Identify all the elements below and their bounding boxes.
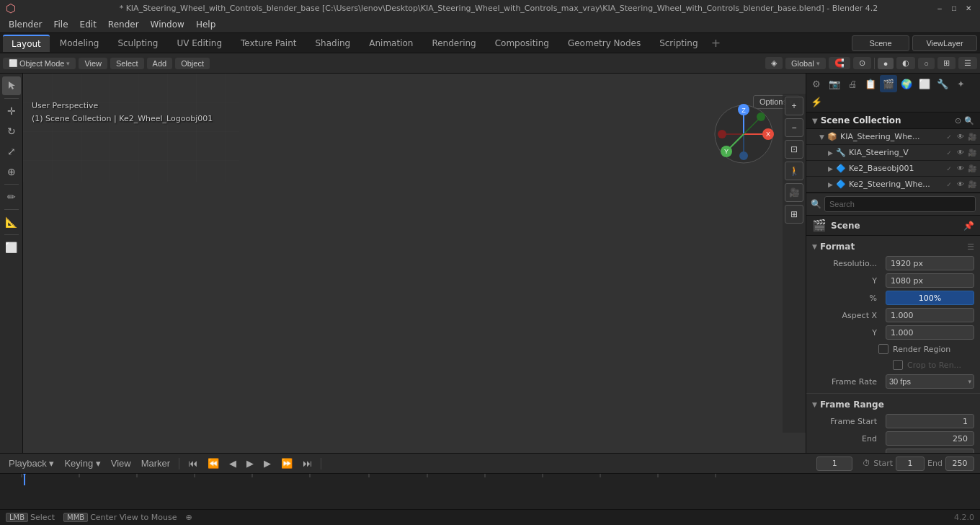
cursor-tool[interactable] bbox=[2, 76, 21, 95]
item-check-btn[interactable]: ✓ bbox=[944, 132, 954, 142]
next-frame-btn[interactable]: ⏩ bbox=[278, 456, 295, 470]
prev-keyframe-btn[interactable]: ◀ bbox=[226, 456, 239, 470]
play-btn[interactable]: ▶ bbox=[244, 456, 257, 470]
list-item[interactable]: ▶ 🔷 Ke2_Steering_Whe... ✓ 👁 🎥 bbox=[806, 177, 980, 193]
prev-frame-btn[interactable]: ⏪ bbox=[205, 456, 222, 470]
props-modifier-icon[interactable]: 🔧 bbox=[934, 75, 951, 92]
menu-blender[interactable]: Blender bbox=[3, 18, 48, 31]
jump-end-btn[interactable]: ⏭ bbox=[300, 456, 315, 470]
aspect-x-value[interactable]: 1.000 bbox=[886, 308, 974, 322]
zoom-in-btn[interactable]: + bbox=[785, 97, 803, 115]
next-keyframe-btn[interactable]: ▶ bbox=[261, 456, 274, 470]
local-view-btn[interactable]: ⊞ bbox=[785, 205, 803, 224]
outliner-search-btn[interactable]: 🔍 bbox=[964, 116, 974, 125]
menu-help[interactable]: Help bbox=[190, 18, 221, 31]
format-section-header[interactable]: ▼ Format ☰ bbox=[806, 239, 980, 255]
props-scene-icon[interactable]: ⚙ bbox=[808, 75, 825, 92]
item-check-btn[interactable]: ✓ bbox=[944, 180, 954, 190]
render-region-checkbox[interactable] bbox=[878, 344, 888, 354]
frame-rate-select[interactable]: 23.98 fps 24 fps 25 fps 29.97 fps 30 fps… bbox=[886, 374, 974, 389]
camera-view-btn[interactable]: 🎥 bbox=[785, 183, 803, 202]
item-cam-btn[interactable]: 🎥 bbox=[967, 132, 977, 142]
frame-range-section-header[interactable]: ▼ Frame Range bbox=[806, 397, 980, 412]
list-item[interactable]: ▶ 🔷 Ke2_Baseobj001 ✓ 👁 🎥 bbox=[806, 161, 980, 177]
menu-window[interactable]: Window bbox=[145, 18, 190, 31]
props-render-icon[interactable]: 📷 bbox=[826, 75, 843, 92]
viewport[interactable]: User Perspective (1) Scene Collection | … bbox=[23, 74, 806, 453]
add-cube-tool[interactable]: ⬜ bbox=[2, 238, 21, 257]
close-button[interactable]: ✕ bbox=[963, 2, 974, 14]
transform-pivot[interactable]: ◈ bbox=[765, 57, 783, 69]
add-workspace-button[interactable]: + bbox=[708, 35, 724, 51]
crop-render-label[interactable]: Crop to Ren... bbox=[907, 361, 961, 370]
viewport-shading-solid[interactable]: ● bbox=[878, 58, 894, 69]
format-menu-icon[interactable]: ☰ bbox=[967, 242, 974, 252]
tab-animation[interactable]: Animation bbox=[360, 35, 422, 51]
start-frame-input[interactable]: 1 bbox=[896, 456, 925, 471]
props-view-layer-icon[interactable]: 📋 bbox=[862, 75, 879, 92]
zoom-out-btn[interactable]: − bbox=[785, 118, 803, 137]
item-eye-btn[interactable]: 👁 bbox=[956, 164, 966, 174]
transform-tool[interactable]: ⊕ bbox=[2, 162, 21, 181]
item-check-btn[interactable]: ✓ bbox=[944, 148, 954, 158]
mode-selector[interactable]: ⬜ Object Mode ▾ bbox=[3, 58, 76, 69]
tab-scripting[interactable]: Scripting bbox=[651, 35, 706, 51]
viewport-overlay[interactable]: ⊞ bbox=[937, 57, 956, 69]
maximize-button[interactable]: □ bbox=[948, 2, 960, 14]
measure-tool[interactable]: 📐 bbox=[2, 213, 21, 231]
props-output-icon[interactable]: 🖨 bbox=[844, 75, 861, 92]
item-cam-btn[interactable]: 🎥 bbox=[967, 180, 977, 190]
tab-rendering[interactable]: Rendering bbox=[423, 35, 484, 51]
playback-menu-btn[interactable]: Playback ▾ bbox=[6, 456, 57, 470]
item-eye-btn[interactable]: 👁 bbox=[956, 148, 966, 158]
tab-geometry-nodes[interactable]: Geometry Nodes bbox=[559, 35, 649, 51]
viewport-xray[interactable]: ☰ bbox=[958, 57, 977, 69]
menu-edit[interactable]: Edit bbox=[74, 18, 102, 31]
snap-btn[interactable]: 🧲 bbox=[829, 57, 850, 69]
item-eye-btn[interactable]: 👁 bbox=[956, 180, 966, 190]
tab-modeling[interactable]: Modeling bbox=[51, 35, 108, 51]
scene-selector-button[interactable]: Scene bbox=[852, 35, 909, 51]
zoom-extent-btn[interactable]: ⊡ bbox=[785, 140, 803, 159]
viewport-shading-material[interactable]: ◐ bbox=[896, 57, 915, 69]
outliner-filter-btn[interactable]: ⊙ bbox=[955, 116, 961, 125]
view-menu-btn[interactable]: View bbox=[79, 58, 107, 69]
walk-btn[interactable]: 🚶 bbox=[785, 162, 803, 180]
resolution-x-value[interactable]: 1920 px bbox=[886, 256, 974, 270]
tab-uv-editing[interactable]: UV Editing bbox=[168, 35, 231, 51]
minimize-button[interactable]: – bbox=[934, 2, 945, 14]
menu-file[interactable]: File bbox=[48, 18, 74, 31]
scale-tool[interactable]: ⤢ bbox=[2, 142, 21, 161]
tab-compositing[interactable]: Compositing bbox=[486, 35, 558, 51]
marker-menu-btn[interactable]: Marker bbox=[138, 456, 173, 470]
render-region-label[interactable]: Render Region bbox=[893, 345, 950, 354]
tab-shading[interactable]: Shading bbox=[306, 35, 359, 51]
pin-scene-btn[interactable]: 📌 bbox=[963, 221, 974, 231]
tab-sculpting[interactable]: Sculpting bbox=[109, 35, 166, 51]
aspect-y-value[interactable]: 1.000 bbox=[886, 325, 974, 340]
end-frame-input[interactable]: 250 bbox=[945, 456, 974, 471]
item-cam-btn[interactable]: 🎥 bbox=[967, 164, 977, 174]
list-item[interactable]: ▼ 📦 KIA_Steering_Whe... ✓ 👁 🎥 bbox=[806, 129, 980, 145]
keying-menu-btn[interactable]: Keying ▾ bbox=[61, 456, 103, 470]
add-menu-btn[interactable]: Add bbox=[147, 58, 173, 69]
props-world-icon[interactable]: 🌍 bbox=[898, 75, 915, 92]
frame-start-value[interactable]: 1 bbox=[886, 414, 974, 428]
list-item[interactable]: ▶ 🔧 KIA_Steering_V ✓ 👁 🎥 bbox=[806, 145, 980, 161]
props-search-input[interactable] bbox=[824, 196, 976, 212]
view-menu-timeline-btn[interactable]: View bbox=[108, 456, 134, 470]
proportional-edit[interactable]: ⊙ bbox=[853, 57, 871, 69]
object-menu-btn[interactable]: Object bbox=[175, 58, 210, 69]
frame-end-value[interactable]: 250 bbox=[886, 431, 974, 446]
tab-texture-paint[interactable]: Texture Paint bbox=[232, 35, 305, 51]
crop-render-checkbox[interactable] bbox=[893, 360, 903, 370]
props-scene-props-icon[interactable]: 🎬 bbox=[880, 75, 897, 92]
props-particles-icon[interactable]: ✦ bbox=[952, 75, 969, 92]
resolution-y-value[interactable]: 1080 px bbox=[886, 273, 974, 288]
menu-render[interactable]: Render bbox=[102, 18, 145, 31]
props-physics-icon[interactable]: ⚡ bbox=[808, 93, 825, 110]
percent-value[interactable]: 100% bbox=[886, 291, 974, 305]
jump-start-btn[interactable]: ⏮ bbox=[185, 456, 200, 470]
rotate-tool[interactable]: ↻ bbox=[2, 122, 21, 141]
viewport-shading-render[interactable]: ○ bbox=[918, 58, 935, 69]
